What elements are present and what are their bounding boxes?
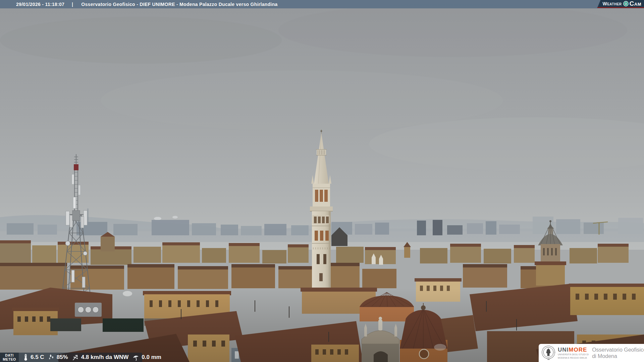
weathercam-logo: Weather Cam (597, 0, 644, 8)
unimore-crest-logo (541, 345, 556, 361)
umbrella-icon (132, 354, 140, 361)
top-info-bar: 29/01/2026 - 11:18:07 | Osservatorio Geo… (0, 0, 644, 8)
weather-data-label: DATI METEO (0, 353, 19, 362)
precipitation-reading: 0.0 mm (132, 354, 161, 361)
wind-reading: 4.8 km/h da WNW (71, 354, 129, 361)
webcam-frame: 29/01/2026 - 11:18:07 | Osservatorio Geo… (0, 0, 644, 362)
webcam-photo (0, 0, 644, 362)
humidity-reading: 85% (48, 354, 68, 361)
observatory-name-line1: Osservatorio Geofisico (592, 347, 644, 353)
wind-icon (71, 354, 79, 361)
page-title: Osservatorio Geofisico - DIEF UNIMORE - … (81, 2, 277, 7)
humidity-value: 85% (57, 354, 68, 361)
drops-icon (48, 354, 55, 361)
weathercam-word-left: Weather (602, 1, 622, 6)
wind-value: 4.8 km/h da WNW (81, 354, 129, 361)
unimore-subline2: MODENA E REGGIO EMILIA (558, 357, 589, 359)
weathercam-word-right: Cam (630, 0, 641, 7)
thermometer-icon (22, 354, 29, 361)
unimore-subline1: UNIVERSITÀ DEGLI STUDI DI (558, 353, 589, 356)
unimore-branding-box: UNIMORE UNIVERSITÀ DEGLI STUDI DI MODENA… (539, 344, 644, 362)
observatory-name: Osservatorio Geofisico di Modena (592, 347, 644, 359)
unimore-word-uni: UNI (558, 347, 569, 353)
temperature-value: 6.5 C (31, 354, 44, 361)
separator: | (72, 2, 73, 7)
observatory-name-line2: di Modena (592, 353, 644, 359)
unimore-word-more: MORE (569, 347, 587, 353)
camera-lens-icon (623, 1, 629, 6)
weather-data-label-line1: DATI (5, 353, 13, 357)
weather-data-bar: DATI METEO 6.5 C 85% (0, 353, 142, 362)
weather-data-label-line2: METEO (3, 357, 16, 361)
timestamp: 29/01/2026 - 11:18:07 (16, 2, 64, 7)
precipitation-value: 0.0 mm (142, 354, 161, 361)
temperature-reading: 6.5 C (22, 354, 44, 361)
unimore-wordmark: UNIMORE UNIVERSITÀ DEGLI STUDI DI MODENA… (558, 347, 589, 359)
